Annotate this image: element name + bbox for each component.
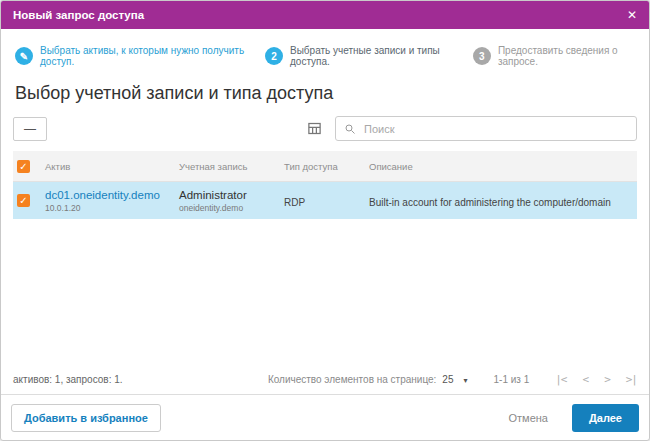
- step-select-assets[interactable]: ✎ Выбрать активы, к которым нужно получи…: [15, 45, 245, 67]
- column-header-access-type[interactable]: Тип доступа: [284, 161, 369, 172]
- first-page-icon[interactable]: |<: [555, 373, 566, 386]
- column-picker-icon[interactable]: [301, 117, 327, 141]
- selection-summary: активов: 1, запросов: 1.: [13, 374, 123, 385]
- dialog-title: Новый запрос доступа: [13, 9, 627, 21]
- page-title: Выбор учетной записи и типа доступа: [15, 83, 635, 104]
- dialog-action-bar: Добавить в избранное Отмена Далее: [1, 394, 649, 440]
- accounts-table: ✓ Актив Учетная запись Тип доступа Описа…: [13, 151, 637, 219]
- select-all-checkbox[interactable]: ✓: [17, 160, 30, 173]
- page-size-label: Количество элементов на странице:: [268, 374, 436, 385]
- cancel-button[interactable]: Отмена: [508, 412, 547, 424]
- search-box: [335, 116, 637, 141]
- dialog-titlebar: Новый запрос доступа ✕: [1, 1, 649, 29]
- table-row[interactable]: ✓ dc01.oneidentity.demo 10.0.1.20 Admini…: [13, 182, 637, 219]
- step-1-label: Выбрать активы, к которым нужно получить…: [40, 45, 245, 67]
- page-size-select[interactable]: 25▾: [442, 374, 467, 385]
- select-none-button[interactable]: —: [13, 117, 47, 141]
- column-header-account[interactable]: Учетная запись: [179, 161, 284, 172]
- account-description: Built-in account for administering the c…: [369, 197, 611, 208]
- wizard-stepper: ✎ Выбрать активы, к которым нужно получи…: [1, 29, 649, 67]
- next-button[interactable]: Далее: [572, 404, 639, 432]
- prev-page-icon[interactable]: <: [583, 373, 589, 386]
- empty-area: [1, 219, 649, 373]
- status-bar: активов: 1, запросов: 1. Количество элем…: [1, 373, 649, 394]
- search-input[interactable]: [362, 122, 628, 136]
- add-to-favorites-button[interactable]: Добавить в избранное: [11, 404, 161, 432]
- grid-toolbar: —: [1, 116, 649, 141]
- asset-name: dc01.oneidentity.demo: [45, 188, 179, 202]
- search-icon: [344, 123, 356, 135]
- account-domain: oneidentity.demo: [179, 203, 284, 213]
- step-3-circle: 3: [473, 47, 491, 65]
- step-2-circle: 2: [265, 47, 283, 65]
- account-name: Administrator: [179, 188, 284, 202]
- chevron-down-icon: ▾: [463, 376, 467, 385]
- page-range: 1-1 из 1: [494, 374, 530, 385]
- close-icon[interactable]: ✕: [627, 9, 637, 21]
- access-type-value: RDP: [284, 197, 305, 208]
- asset-ip: 10.0.1.20: [45, 203, 179, 213]
- step-3-label: Предоставить сведения о запросе.: [498, 45, 635, 67]
- next-page-icon[interactable]: >: [604, 373, 610, 386]
- step-2-label: Выбрать учетные записи и типы доступа.: [290, 45, 453, 67]
- table-header-row: ✓ Актив Учетная запись Тип доступа Описа…: [13, 151, 637, 182]
- column-header-asset[interactable]: Актив: [45, 161, 179, 172]
- row-checkbox[interactable]: ✓: [17, 194, 30, 207]
- pagination-controls: |< < > >|: [555, 373, 637, 386]
- step-select-accounts[interactable]: 2 Выбрать учетные записи и типы доступа.: [265, 45, 453, 67]
- step-request-details: 3 Предоставить сведения о запросе.: [473, 45, 635, 67]
- step-1-circle: ✎: [15, 47, 33, 65]
- new-access-request-dialog: Новый запрос доступа ✕ ✎ Выбрать активы,…: [0, 0, 650, 441]
- pencil-icon: ✎: [20, 51, 28, 62]
- last-page-icon[interactable]: >|: [626, 373, 637, 386]
- column-header-description[interactable]: Описание: [369, 161, 637, 172]
- page-size-value: 25: [442, 374, 453, 385]
